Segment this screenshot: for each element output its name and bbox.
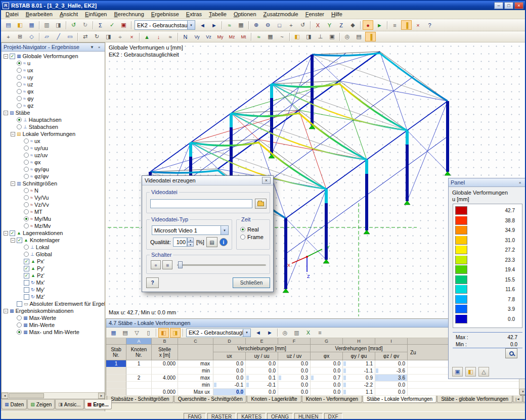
tree-expander-icon[interactable]: − <box>4 231 8 236</box>
column-letter-F[interactable]: F <box>278 338 311 345</box>
table-cell[interactable]: 0.0 <box>278 389 311 396</box>
row-filter-icon[interactable]: ▽ <box>132 328 142 338</box>
checkbox[interactable]: ✓ <box>24 266 29 271</box>
loadcases-icon[interactable]: ▣ <box>118 20 129 30</box>
checkbox[interactable]: ✓ <box>17 238 22 243</box>
table-cell[interactable]: 0.0 <box>246 367 278 375</box>
radio-real[interactable]: Real <box>240 225 264 233</box>
moment-mz-icon[interactable]: Mz <box>227 32 237 41</box>
quality-value[interactable]: 100 <box>173 238 187 247</box>
table-cell[interactable]: 0.1 <box>246 375 278 382</box>
tree-item-uz[interactable]: ≈uz <box>2 81 105 88</box>
menu-hilfe[interactable]: Hilfe <box>328 10 346 18</box>
checkbox[interactable] <box>24 280 29 286</box>
tree-item-st-be[interactable]: −▨Stäbe <box>2 109 105 116</box>
table-tab-knoten-verformungen[interactable]: Knoten - Verformungen <box>302 395 362 403</box>
table-settings-icon[interactable]: ▤ <box>120 328 130 338</box>
table-cell[interactable]: -2.2 <box>343 382 375 389</box>
view-y-icon[interactable]: Y <box>324 20 335 30</box>
quality-stepper[interactable]: 100 ▲ ▼ <box>173 238 194 247</box>
animation-icon[interactable]: ► <box>374 20 385 30</box>
delete-icon[interactable]: × <box>126 32 137 41</box>
help-icon[interactable]: ? <box>424 20 435 30</box>
table-cell[interactable]: 2 <box>126 375 152 382</box>
column-letter-D[interactable]: D <box>213 338 246 345</box>
checkbox[interactable] <box>24 287 29 293</box>
table-cell[interactable]: max <box>178 375 213 382</box>
radio-button[interactable] <box>17 96 22 101</box>
table-cell[interactable] <box>408 382 520 389</box>
radio-button[interactable] <box>24 252 29 257</box>
tree-item-x[interactable]: ≈φx <box>2 88 105 95</box>
loadcase-combo[interactable]: EK2 - Gebrauchstauglichk ▼ <box>135 20 195 30</box>
tree-item-u[interactable]: ≈u <box>2 60 105 67</box>
menu-fenster[interactable]: Fenster <box>302 10 328 18</box>
radio-button[interactable] <box>24 160 29 165</box>
radio-button[interactable] <box>17 117 22 122</box>
panel-toggle-icon[interactable]: ▐ <box>401 20 412 30</box>
menu-optionen[interactable]: Optionen <box>230 10 260 18</box>
menu-einf-gen[interactable]: Einfügen <box>81 10 110 18</box>
table-cell[interactable]: -0.1 <box>213 382 246 389</box>
tree-item-uy-uu[interactable]: ≈uy/uu <box>2 145 105 152</box>
clipping-icon[interactable]: ▤ <box>354 32 364 41</box>
table-cell[interactable]: 1 <box>106 360 126 367</box>
slider-thumb[interactable] <box>178 261 183 268</box>
radio-button[interactable] <box>24 209 29 214</box>
close-icon[interactable]: × <box>262 177 271 184</box>
close-dialog-button[interactable]: Schließen <box>233 277 270 288</box>
tree-item-ergebniskombinationen[interactable]: −▩Ergebniskombinationen <box>2 307 105 314</box>
view-x-icon[interactable]: X <box>313 20 323 30</box>
checkbox[interactable]: ✓ <box>10 230 15 236</box>
status-toggle-fang[interactable]: FANG <box>184 413 205 420</box>
tree-item-vz-vv[interactable]: ≈Vz/Vv <box>2 201 105 208</box>
tree-item-ux[interactable]: ≈ux <box>2 67 105 74</box>
calculation-icon[interactable]: Σ <box>95 20 106 30</box>
divide-icon[interactable]: ÷ <box>115 32 125 41</box>
maximize-button[interactable]: □ <box>504 2 513 9</box>
tree-item-uy[interactable]: ≈uy <box>2 74 105 81</box>
radio-button[interactable] <box>24 202 29 207</box>
table-cell[interactable]: 0.000 <box>152 360 178 367</box>
table-cell[interactable]: 0.0 <box>375 382 408 389</box>
column-letter-E[interactable]: E <box>246 338 278 345</box>
supports-icon[interactable]: ▲ <box>142 32 152 41</box>
navigator-tab-zeigen[interactable]: ▧Zeigen <box>27 400 55 409</box>
menu-zusatzmodule[interactable]: Zusatzmodule <box>260 10 302 18</box>
zoom-out-icon[interactable]: ⊖ <box>262 20 273 30</box>
copy-icon[interactable]: ◨ <box>53 20 64 30</box>
table-cell[interactable]: 0.9 <box>343 375 375 382</box>
table-cell[interactable]: 0.0 <box>311 382 343 389</box>
checkbox[interactable]: ✓ <box>24 273 29 278</box>
tree-item-hauptachsen[interactable]: ⊥Hauptachsen <box>2 116 105 123</box>
radio-button[interactable] <box>17 322 22 328</box>
status-toggle-ofang[interactable]: OFANG <box>267 413 293 420</box>
table-cell[interactable]: 0.0 <box>213 360 246 367</box>
table-cell[interactable] <box>106 382 126 389</box>
table-cell[interactable] <box>126 389 152 396</box>
video-type-combo[interactable]: Microsoft Video 1 ▼ <box>152 225 229 235</box>
video-position-slider[interactable] <box>177 261 266 268</box>
shear-vy-icon[interactable]: Vy <box>192 32 202 41</box>
tree-item-x[interactable]: ≈φx <box>2 159 105 166</box>
table-tab-knoten-lagerkr-fte[interactable]: Knoten - Lagerkräfte <box>247 395 301 403</box>
chevron-down-icon[interactable]: ▼ <box>221 226 228 235</box>
table-cell[interactable] <box>152 367 178 375</box>
table-cell[interactable]: 0.0 <box>213 367 246 375</box>
chevron-down-icon[interactable]: ▼ <box>187 21 195 29</box>
checkbox[interactable]: ✓ <box>24 259 29 264</box>
tree-item-y[interactable]: ≈φy <box>2 95 105 102</box>
radio-button[interactable] <box>17 68 22 73</box>
search-value-button[interactable] <box>505 348 517 358</box>
open-file-icon[interactable]: ◧ <box>15 20 25 30</box>
search-icon[interactable]: ◎ <box>280 328 290 338</box>
save-icon[interactable]: ▦ <box>26 20 37 30</box>
menu-extras[interactable]: Extras <box>183 10 205 18</box>
menu-ergebnisse[interactable]: Ergebnisse <box>148 10 183 18</box>
tree-expander-icon[interactable]: − <box>11 132 15 136</box>
visibility-icon[interactable]: ◎ <box>342 32 353 41</box>
navigator-tab-erge[interactable]: ▩Erge... <box>84 400 112 409</box>
table-cell[interactable]: 0.0 <box>246 389 278 396</box>
delete-results-icon[interactable]: × <box>413 20 423 30</box>
next-loadcase-icon[interactable]: ► <box>209 20 220 30</box>
